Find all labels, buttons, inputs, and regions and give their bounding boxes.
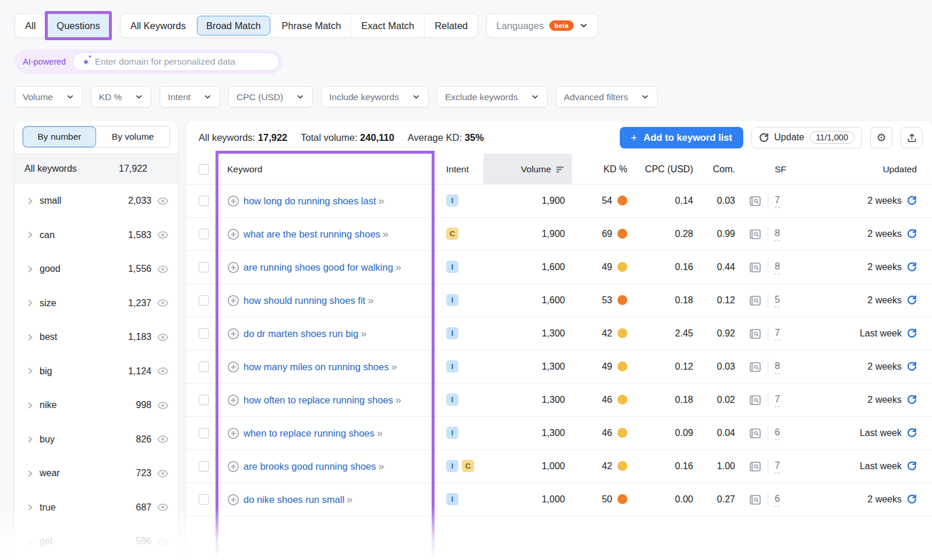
- sf-count[interactable]: 7: [775, 392, 780, 407]
- toggle-by-volume[interactable]: By volume: [96, 126, 170, 147]
- refresh-icon[interactable]: [907, 428, 917, 438]
- keyword-link[interactable]: how many miles on running shoes: [243, 361, 389, 372]
- sf-count[interactable]: 8: [775, 260, 780, 274]
- sf-count[interactable]: 7: [775, 326, 780, 341]
- add-keyword-icon[interactable]: [227, 228, 239, 240]
- keyword-link[interactable]: how often to replace running shoes: [243, 395, 393, 405]
- tab-exact-match[interactable]: Exact Match: [351, 14, 424, 37]
- toggle-by-number[interactable]: By number: [23, 126, 96, 147]
- serp-preview-icon[interactable]: [749, 228, 761, 240]
- expand-keyword-icon[interactable]: »: [396, 261, 401, 273]
- column-header-volume[interactable]: Volume: [483, 154, 572, 185]
- serp-preview-icon[interactable]: [749, 195, 761, 207]
- row-checkbox[interactable]: [199, 395, 209, 405]
- tab-phrase-match[interactable]: Phrase Match: [271, 14, 351, 37]
- eye-icon[interactable]: [157, 433, 169, 445]
- column-header-intent[interactable]: Intent: [435, 164, 483, 175]
- keyword-link[interactable]: how should running shoes fit: [243, 295, 365, 306]
- domain-input[interactable]: [95, 56, 270, 67]
- sf-count[interactable]: 6: [775, 492, 780, 506]
- expand-keyword-icon[interactable]: »: [377, 427, 382, 439]
- serp-preview-icon[interactable]: [749, 361, 761, 373]
- sf-count[interactable]: 8: [775, 359, 780, 374]
- select-all-checkbox[interactable]: [199, 164, 209, 175]
- serp-preview-icon[interactable]: [749, 261, 761, 274]
- eye-icon[interactable]: [157, 263, 169, 275]
- row-checkbox[interactable]: [199, 428, 209, 438]
- row-checkbox[interactable]: [199, 328, 209, 339]
- refresh-icon[interactable]: [907, 196, 917, 205]
- sidebar-item-size[interactable]: size 1,237: [15, 286, 178, 321]
- serp-preview-icon[interactable]: [749, 460, 761, 473]
- expand-keyword-icon[interactable]: »: [379, 460, 384, 472]
- keyword-link[interactable]: do nike shoes run small: [243, 494, 344, 505]
- column-header-sf[interactable]: SF: [741, 164, 792, 175]
- eye-icon[interactable]: [157, 536, 169, 548]
- row-checkbox[interactable]: [199, 229, 209, 239]
- column-header-kd[interactable]: KD %: [572, 164, 632, 175]
- sidebar-item-true[interactable]: true 687: [15, 491, 178, 525]
- expand-keyword-icon[interactable]: »: [391, 361, 396, 373]
- row-checkbox[interactable]: [199, 461, 209, 472]
- sf-count[interactable]: 7: [775, 459, 780, 473]
- sidebar-item-small[interactable]: small 2,033: [15, 184, 178, 218]
- serp-preview-icon[interactable]: [749, 394, 761, 406]
- refresh-icon[interactable]: [907, 328, 917, 338]
- sidebar-all-keywords-row[interactable]: All keywords 17,922: [15, 153, 178, 184]
- column-header-cpc[interactable]: CPC (USD): [632, 164, 699, 175]
- sidebar-item-big[interactable]: big 1,124: [15, 355, 178, 389]
- eye-icon[interactable]: [157, 229, 169, 241]
- update-button[interactable]: Update 11/1,000: [751, 127, 862, 148]
- row-checkbox[interactable]: [199, 196, 209, 206]
- refresh-icon[interactable]: [907, 229, 917, 239]
- add-keyword-icon[interactable]: [227, 195, 239, 207]
- add-keyword-icon[interactable]: [227, 460, 239, 473]
- expand-keyword-icon[interactable]: »: [361, 328, 366, 339]
- filter-cpc-usd[interactable]: CPC (USD): [228, 86, 313, 108]
- keyword-link[interactable]: what are the best running shoes: [243, 229, 380, 239]
- sidebar-item-buy[interactable]: buy 826: [15, 423, 178, 457]
- filter-include-keywords[interactable]: Include keywords: [321, 86, 429, 108]
- eye-icon[interactable]: [157, 195, 169, 207]
- keyword-link[interactable]: are running shoes good for walking: [243, 262, 393, 272]
- refresh-icon[interactable]: [907, 494, 917, 504]
- sf-count[interactable]: 7: [775, 193, 780, 208]
- column-header-updated[interactable]: Updated: [792, 164, 932, 175]
- row-checkbox[interactable]: [199, 262, 209, 272]
- refresh-icon[interactable]: [907, 461, 917, 471]
- eye-icon[interactable]: [157, 467, 169, 480]
- row-checkbox[interactable]: [199, 295, 209, 306]
- filter-kd[interactable]: KD %: [91, 86, 152, 108]
- eye-icon[interactable]: [157, 331, 169, 343]
- eye-icon[interactable]: [157, 501, 169, 513]
- column-header-keyword[interactable]: Keyword: [216, 164, 435, 175]
- sidebar-item-best[interactable]: best 1,183: [15, 320, 178, 355]
- eye-icon[interactable]: [157, 365, 169, 377]
- keyword-link[interactable]: are brooks good running shoes: [243, 461, 376, 472]
- sidebar-item-good[interactable]: good 1,556: [15, 252, 178, 286]
- refresh-icon[interactable]: [907, 262, 917, 272]
- expand-keyword-icon[interactable]: »: [347, 494, 352, 505]
- keyword-link[interactable]: how long do running shoes last: [243, 196, 376, 206]
- expand-keyword-icon[interactable]: »: [383, 228, 388, 240]
- filter-exclude-keywords[interactable]: Exclude keywords: [437, 86, 548, 108]
- eye-icon[interactable]: [157, 297, 169, 309]
- serp-preview-icon[interactable]: [749, 427, 761, 440]
- row-checkbox[interactable]: [199, 494, 209, 505]
- export-button[interactable]: [901, 127, 923, 148]
- sf-count[interactable]: 8: [775, 226, 780, 241]
- tab-broad-match[interactable]: Broad Match: [197, 16, 270, 36]
- add-keyword-icon[interactable]: [227, 494, 239, 506]
- keyword-link[interactable]: do dr marten shoes run big: [243, 328, 358, 339]
- sidebar-item-nike[interactable]: nike 998: [15, 388, 178, 423]
- serp-preview-icon[interactable]: [749, 328, 761, 340]
- add-to-keyword-list-button[interactable]: + Add to keyword list: [620, 127, 743, 148]
- refresh-icon[interactable]: [907, 295, 917, 305]
- refresh-icon[interactable]: [907, 361, 917, 371]
- expand-keyword-icon[interactable]: »: [368, 295, 373, 306]
- add-keyword-icon[interactable]: [227, 295, 239, 307]
- keyword-link[interactable]: when to replace running shoes: [243, 428, 375, 438]
- column-header-com[interactable]: Com.: [699, 164, 741, 175]
- languages-dropdown[interactable]: Languages beta: [486, 13, 598, 38]
- tab-questions[interactable]: Questions: [45, 11, 111, 40]
